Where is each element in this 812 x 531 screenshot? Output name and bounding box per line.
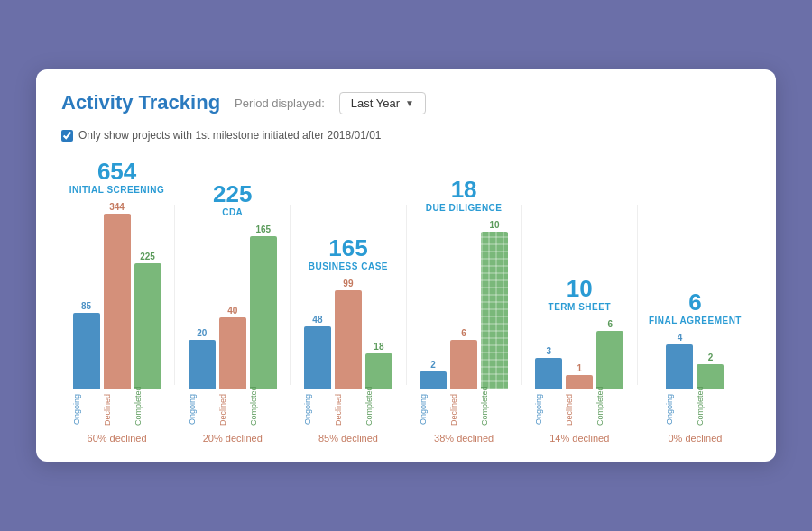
bar-col-term-sheet-declined: 1 <box>566 363 593 389</box>
x-label-business-case-ongoing: Ongoing <box>304 393 331 426</box>
x-label-initial-screening-declined: Declined <box>104 393 131 426</box>
bars-area-cda: 2040165 <box>177 224 288 389</box>
metric-title-cda: 225 CDA <box>213 182 252 217</box>
bar-initial-screening-ongoing <box>73 313 100 389</box>
bar-value-initial-screening-ongoing: 85 <box>81 301 91 311</box>
bars-area-business-case: 489918 <box>292 279 403 389</box>
filter-checkbox[interactable] <box>61 130 73 142</box>
bar-col-initial-screening-completed: 225 <box>134 252 161 389</box>
x-labels-term-sheet: OngoingDeclinedCompleted <box>524 393 635 426</box>
metric-num-initial-screening: 654 <box>69 160 165 183</box>
x-label-term-sheet-declined: Declined <box>566 393 593 426</box>
bar-col-due-diligence-declined: 6 <box>450 328 477 389</box>
x-label-initial-screening-completed: Completed <box>134 393 161 426</box>
x-labels-final-agreement: OngoingCompleted <box>640 393 751 426</box>
metric-title-final-agreement: 6 FINAL AGREEMENT <box>649 290 742 325</box>
chart-group-final-agreement: 6 FINAL AGREEMENT 42OngoingCompleted0% d… <box>640 290 751 444</box>
period-value: Last Year <box>351 96 400 110</box>
bar-cda-ongoing <box>189 340 216 389</box>
x-label-final-agreement-ongoing: Ongoing <box>666 393 693 426</box>
bar-term-sheet-ongoing <box>535 358 562 389</box>
metric-title-due-diligence: 18 DUE DILIGENCE <box>426 178 503 213</box>
declined-pct-term-sheet: 14% declined <box>549 433 609 444</box>
bar-value-due-diligence-ongoing: 2 <box>430 360 436 370</box>
bar-due-diligence-ongoing <box>420 371 447 389</box>
x-labels-cda: OngoingDeclinedCompleted <box>177 393 288 426</box>
metric-sub-business-case: BUSINESS CASE <box>309 261 388 271</box>
bar-value-term-sheet-ongoing: 3 <box>546 346 551 356</box>
x-label-due-diligence-ongoing: Ongoing <box>420 393 447 426</box>
bar-initial-screening-declined <box>104 214 131 389</box>
x-label-due-diligence-declined: Declined <box>450 393 477 426</box>
bar-col-term-sheet-completed: 6 <box>596 319 623 389</box>
bar-value-initial-screening-declined: 344 <box>109 202 125 212</box>
bar-term-sheet-declined <box>566 375 593 389</box>
metric-title-business-case: 165 BUSINESS CASE <box>309 236 388 271</box>
bar-business-case-completed <box>365 353 392 389</box>
bar-value-due-diligence-declined: 6 <box>461 328 466 338</box>
bar-business-case-declined <box>335 290 362 389</box>
bar-col-cda-completed: 165 <box>250 224 277 389</box>
period-label: Period displayed: <box>235 96 325 110</box>
bar-value-term-sheet-declined: 1 <box>577 363 582 373</box>
bar-value-due-diligence-completed: 10 <box>490 220 500 230</box>
bars-area-term-sheet: 316 <box>524 319 635 389</box>
bar-col-cda-ongoing: 20 <box>189 328 216 389</box>
divider-1 <box>290 205 291 385</box>
charts-container: 654 INITIAL SCREENING 85344225OngoingDec… <box>61 160 751 444</box>
bar-term-sheet-completed <box>596 331 623 389</box>
bar-value-cda-ongoing: 20 <box>197 328 207 338</box>
bar-cda-declined <box>219 317 246 389</box>
chart-group-cda: 225 CDA 2040165OngoingDeclinedCompleted2… <box>177 182 288 444</box>
x-label-term-sheet-completed: Completed <box>596 393 623 426</box>
bar-col-due-diligence-completed: 10 <box>481 220 508 389</box>
filter-label-text: Only show projects with 1st milestone in… <box>78 129 382 142</box>
bar-col-business-case-ongoing: 48 <box>304 315 331 389</box>
metric-sub-term-sheet: TERM SHEET <box>549 302 611 312</box>
metric-num-term-sheet: 10 <box>549 277 611 300</box>
bar-value-final-agreement-ongoing: 4 <box>678 333 683 343</box>
declined-pct-business-case: 85% declined <box>318 433 378 444</box>
x-label-cda-completed: Completed <box>250 393 277 426</box>
x-label-cda-declined: Declined <box>219 393 246 426</box>
metric-num-cda: 225 <box>213 182 252 206</box>
x-label-business-case-declined: Declined <box>335 393 362 426</box>
declined-pct-cda: 20% declined <box>203 433 263 444</box>
bar-col-final-agreement-ongoing: 4 <box>666 333 693 389</box>
x-labels-business-case: OngoingDeclinedCompleted <box>292 393 403 426</box>
bar-col-term-sheet-ongoing: 3 <box>535 346 562 389</box>
metric-num-business-case: 165 <box>309 236 388 260</box>
card-header: Activity Tracking Period displayed: Last… <box>61 91 751 142</box>
metric-sub-final-agreement: FINAL AGREEMENT <box>649 316 742 325</box>
period-selector[interactable]: Last Year ▼ <box>339 92 426 114</box>
chart-group-term-sheet: 10 TERM SHEET 316OngoingDeclinedComplete… <box>524 277 635 444</box>
bar-col-initial-screening-declined: 344 <box>104 202 131 389</box>
x-label-final-agreement-completed: Completed <box>697 393 724 426</box>
bar-col-final-agreement-completed: 2 <box>697 352 724 389</box>
activity-tracking-card: Activity Tracking Period displayed: Last… <box>36 69 776 462</box>
filter-checkbox-label[interactable]: Only show projects with 1st milestone in… <box>61 129 382 142</box>
bar-value-final-agreement-completed: 2 <box>708 352 714 362</box>
bar-col-business-case-declined: 99 <box>335 279 362 389</box>
x-label-initial-screening-ongoing: Ongoing <box>73 393 100 426</box>
bar-initial-screening-completed <box>134 263 161 389</box>
metric-sub-cda: CDA <box>213 207 252 217</box>
page-title: Activity Tracking <box>61 91 220 114</box>
declined-pct-final-agreement: 0% declined <box>668 433 722 444</box>
bar-value-cda-declined: 40 <box>227 306 237 316</box>
metric-sub-due-diligence: DUE DILIGENCE <box>426 203 503 213</box>
bars-area-initial-screening: 85344225 <box>61 202 172 389</box>
bar-final-agreement-ongoing <box>666 344 693 389</box>
divider-0 <box>174 205 175 385</box>
bar-col-business-case-completed: 18 <box>365 342 392 389</box>
bar-col-initial-screening-ongoing: 85 <box>73 301 100 389</box>
chevron-down-icon: ▼ <box>405 98 414 108</box>
bar-due-diligence-completed <box>481 232 508 389</box>
x-labels-due-diligence: OngoingDeclinedCompleted <box>409 393 520 426</box>
chart-group-due-diligence: 18 DUE DILIGENCE 2610OngoingDeclinedComp… <box>409 178 520 444</box>
x-label-due-diligence-completed: Completed <box>481 393 508 426</box>
metric-sub-initial-screening: INITIAL SCREENING <box>69 185 165 195</box>
x-label-cda-ongoing: Ongoing <box>189 393 216 426</box>
chart-group-initial-screening: 654 INITIAL SCREENING 85344225OngoingDec… <box>61 160 172 444</box>
bars-area-final-agreement: 42 <box>640 333 751 389</box>
